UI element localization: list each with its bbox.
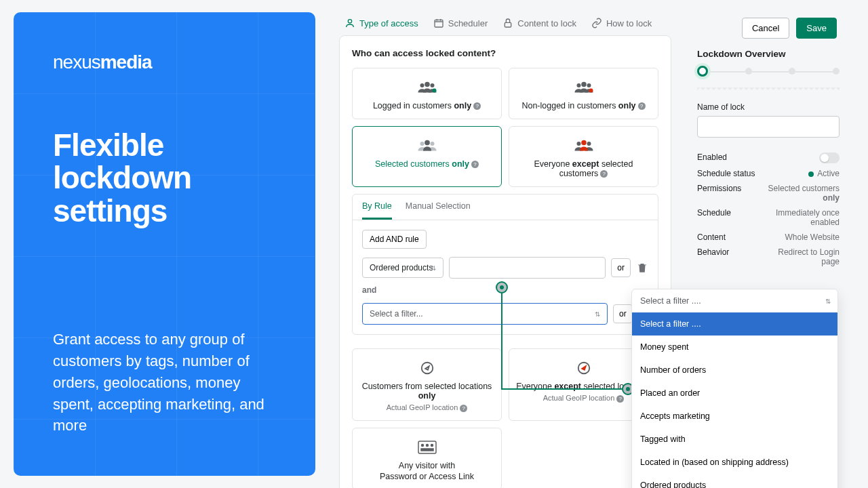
tab-how-to-lock[interactable]: How to lock [591,18,652,28]
dropdown-item[interactable]: Ordered products [632,474,837,488]
people-icon [516,78,651,97]
access-options-2: Customers from selected locations only A… [352,348,658,488]
svg-point-14 [425,140,430,146]
chevron-updown-icon: ⇅ [431,264,436,272]
svg-point-11 [420,142,424,146]
step-dot-2 [745,68,752,75]
help-icon: ? [616,395,624,403]
help-icon: ? [460,405,467,412]
dropdown-item[interactable]: Tagged with [632,428,837,451]
brand-logo: nexusmedia [53,52,283,73]
name-of-lock-label: Name of lock [697,102,840,112]
compass-icon [359,359,494,378]
tab-scheduler[interactable]: Scheduler [433,18,488,28]
svg-point-10 [589,89,593,93]
enabled-toggle[interactable] [819,152,840,163]
svg-point-5 [430,83,434,87]
option-except-selected[interactable]: Everyone except selected customers? [509,126,658,187]
filter-dropdown: Select a filter ....⇅ Select a filter ..… [631,289,838,488]
hero-title: Flexible lockdown settings [53,129,283,227]
tab-manual-selection[interactable]: Manual Selection [406,201,471,220]
rules-box: By Rule Manual Selection Add AND rule Or… [352,194,658,335]
brand-right: media [100,52,152,73]
keypad-icon [359,438,494,457]
svg-point-15 [576,142,580,146]
people-icon [359,78,494,97]
action-buttons: Cancel Save [742,18,837,39]
svg-rect-24 [421,449,433,451]
tab-content-to-lock[interactable]: Content to lock [502,18,576,28]
svg-point-21 [421,444,423,446]
calendar-icon [433,18,444,28]
svg-point-16 [587,142,591,146]
rules-tabs: By Rule Manual Selection [353,195,658,220]
person-icon [344,18,355,28]
or-button[interactable]: or [613,304,633,323]
marketing-panel: nexusmedia Flexible lockdown settings Gr… [14,12,315,476]
svg-point-22 [426,444,428,446]
chevron-updown-icon: ⇅ [825,298,831,305]
filter-select-2[interactable]: Select a filter...⇅ [362,303,608,325]
overview-sidebar: Lockdown Overview Name of lock Enabled S… [697,49,840,272]
svg-point-9 [587,83,591,87]
status-dot-icon [808,171,814,177]
svg-point-6 [432,89,436,93]
dropdown-item[interactable]: Located in (based on shipping address) [632,451,837,474]
access-options: Logged in customers only? Non-logged in … [352,68,658,187]
svg-point-17 [581,140,587,146]
add-and-rule-button[interactable]: Add AND rule [362,230,427,249]
help-icon: ? [471,161,479,168]
svg-rect-2 [505,22,511,27]
svg-point-4 [425,82,430,87]
svg-point-7 [576,83,580,87]
help-icon: ? [638,102,646,110]
progress-stepper [697,66,840,77]
svg-rect-20 [418,441,436,453]
save-button[interactable]: Save [796,18,837,39]
access-card: Who can access locked content? Logged in… [339,35,671,488]
option-password[interactable]: Any visitor with Password or Access Link [352,428,502,488]
rules-body: Add AND rule Ordered products⇅ or and Se… [353,220,658,334]
svg-rect-1 [435,20,443,27]
step-dot-1 [697,66,708,77]
dropdown-header[interactable]: Select a filter ....⇅ [632,289,837,312]
filter-select-1[interactable]: Ordered products⇅ [362,258,443,278]
svg-point-23 [431,444,433,446]
name-of-lock-input[interactable] [697,116,840,138]
dropdown-item[interactable]: Placed an order [632,382,837,405]
chevron-updown-icon: ⇅ [595,310,600,318]
trash-icon[interactable] [636,262,648,274]
dropdown-item[interactable]: Number of orders [632,359,837,382]
enabled-label: Enabled [697,152,727,163]
tab-by-rule[interactable]: By Rule [362,201,392,220]
step-dot-3 [789,68,795,75]
dropdown-item[interactable]: Select a filter .... [632,312,837,336]
help-icon: ? [473,102,481,110]
help-icon: ? [600,170,608,178]
overview-title: Lockdown Overview [697,49,840,59]
people-icon [359,136,494,155]
tab-type-of-access[interactable]: Type of access [344,18,418,28]
dropdown-item[interactable]: Accepts marketing [632,405,837,428]
dropdown-item[interactable]: Money spent [632,336,837,359]
svg-point-0 [348,20,351,23]
option-logged-in[interactable]: Logged in customers only? [352,68,502,119]
rule-row-1: Ordered products⇅ or [362,257,648,279]
option-selected-customers[interactable]: Selected customers only? [352,126,502,187]
brand-left: nexus [53,52,100,73]
and-label: and [362,285,648,295]
divider [697,87,840,93]
option-locations-only[interactable]: Customers from selected locations only A… [352,348,502,421]
link-icon [591,18,602,28]
svg-point-13 [430,142,434,146]
hero-description: Grant access to any group of customers b… [53,329,283,436]
card-title: Who can access locked content? [352,48,658,58]
rule-row-2: Select a filter...⇅ or [362,303,648,325]
filter-value-1[interactable] [449,257,606,279]
lock-icon [502,18,513,28]
step-dot-4 [833,68,840,75]
option-non-logged[interactable]: Non-logged in customers only? [509,68,658,119]
cancel-button[interactable]: Cancel [742,18,789,39]
or-button[interactable]: or [611,258,631,277]
svg-point-3 [420,83,424,87]
